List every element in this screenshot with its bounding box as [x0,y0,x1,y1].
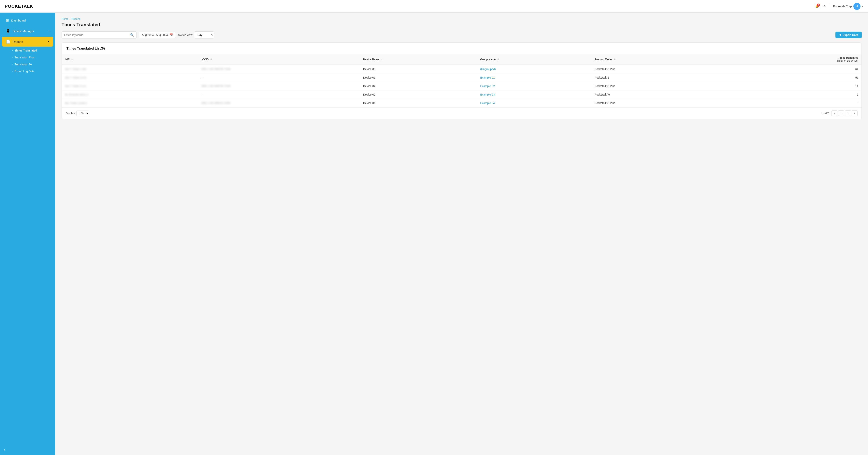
header-divider [830,4,830,9]
cell-iccid: 8981 1 430 4996756 71548 [198,65,360,74]
sub-item-label: Times Translated [14,49,37,52]
export-icon: ⬆ [839,33,841,36]
sidebar-sub-export-log[interactable]: › Export Log Data [9,68,53,75]
sidebar-item-device-manager[interactable]: 📱 Device Manager › [2,26,53,36]
cell-device-name: Device 04 [360,82,477,90]
user-avatar: J [854,3,861,10]
first-page-button[interactable]: |‹ [832,110,837,116]
dashboard-icon: ⊞ [6,18,9,23]
main-content: Home / Reports Times Translated 🔍 Aug 20… [55,12,868,455]
cell-group-name[interactable]: Example 01 [477,74,591,82]
sidebar-item-label: Device Manager [12,29,34,33]
display-select[interactable]: 100 50 25 [76,111,89,116]
table-footer: Display 100 50 25 1 - 6/6 |‹ ‹ › ›| [62,107,862,119]
display-select-container: Display 100 50 25 [66,111,89,116]
col-device-name: Device Name ⇅ [360,54,477,65]
table-row: 354 7 73482 3 2118981 1 430 4996756 7154… [62,82,862,90]
breadcrumb: Home / Reports [62,18,862,20]
switch-view-select[interactable]: Day Week Month [194,31,214,38]
table-card: Times Translated List(6) IMEI ⇅ ICCID ⇅ … [62,42,862,119]
reports-icon: 📄 [6,39,10,44]
breadcrumb-current: Reports [71,18,81,20]
page-count: 1 - 6/6 [821,112,829,115]
table-body: 354 7 73483 1 4658981 1 430 4996756 7154… [62,65,862,107]
table-row: 354 7 73484 9 876-Device 05Example 01Poc… [62,74,862,82]
cell-product-model: Pocketalk W [591,90,717,99]
table-row: 354 7 73483 1 4658981 1 430 4996756 7154… [62,65,862,74]
cell-group-name[interactable]: Example 04 [477,99,591,107]
last-page-button[interactable]: ›| [851,110,858,116]
col-iccid: ICCID ⇅ [198,54,360,65]
cell-times-translated: 64 [717,65,862,74]
app-layout: ⊞ Dashboard 📱 Device Manager › 📄 Reports… [0,12,868,455]
switch-view-label: Switch view [178,33,192,36]
cell-group-name[interactable]: Example 02 [477,82,591,90]
prev-page-button[interactable]: ‹ [838,110,844,116]
col-times-translated: Times translated(Total for the period) [717,54,862,65]
table-header: IMEI ⇅ ICCID ⇅ Device Name ⇅ Group Name … [62,54,862,65]
export-label: Export Data [842,33,858,36]
app-header: POCKETALK 🔔 2 ⚙ Pocketalk Corp J ▾ [0,0,868,12]
chevron-right-icon: › [12,49,13,52]
cell-iccid: - [198,74,360,82]
sidebar-sub-menu: › Times Translated › Translation From › … [0,47,55,75]
chevron-right-icon: › [12,63,13,65]
breadcrumb-home[interactable]: Home [62,18,68,20]
sidebar-item-dashboard[interactable]: ⊞ Dashboard [2,16,53,25]
chevron-right-icon: › [12,56,13,59]
cell-product-model: Pocketalk S Plus [591,82,717,90]
date-range-label: Aug 2024 - Aug 2024 [142,33,168,36]
calendar-icon: 📅 [169,33,173,36]
sort-icon: ⇅ [497,58,499,61]
cell-product-model: Pocketalk S Plus [591,65,717,74]
cell-product-model: Pocketalk S Plus [591,99,717,107]
cell-imei: 861 73483 12348 5 [62,99,198,107]
sidebar-sub-translation-from[interactable]: › Translation From [9,54,53,61]
sidebar-collapse-button[interactable]: ‹ [0,444,55,455]
sidebar-sub-translation-to[interactable]: › Translation To [9,61,53,68]
sort-icon: ⇅ [72,58,73,61]
search-box[interactable]: 🔍 [62,31,136,38]
sub-item-label: Export Log Data [14,70,34,73]
chevron-down-icon: ▾ [48,40,49,43]
notification-button[interactable]: 🔔 2 [814,4,819,8]
export-button[interactable]: ⬆ Export Data [835,32,862,38]
cell-iccid: 8981 1 430 4885431 23456 [198,99,360,107]
chevron-right-icon: › [12,70,13,73]
data-table: IMEI ⇅ ICCID ⇅ Device Name ⇅ Group Name … [62,54,862,107]
sidebar-item-label: Reports [12,40,23,44]
sort-icon: ⇅ [210,58,212,61]
device-icon: 📱 [6,29,10,33]
cell-times-translated: 57 [717,74,862,82]
gear-icon: ⚙ [824,5,826,8]
next-page-button[interactable]: › [845,110,851,116]
sidebar: ⊞ Dashboard 📱 Device Manager › 📄 Reports… [0,12,55,455]
sort-icon: ⇅ [380,58,382,61]
collapse-icon: ‹ [4,447,5,452]
cell-times-translated: 5 [717,99,862,107]
sort-icon: ⇅ [614,58,616,61]
display-label: Display [66,112,75,115]
cell-times-translated: 11 [717,82,862,90]
col-product-model: Product Model ⇅ [591,54,717,65]
search-icon: 🔍 [130,33,134,37]
settings-button[interactable]: ⚙ [823,4,827,8]
sidebar-item-reports[interactable]: 📄 Reports ▾ [2,37,53,47]
chevron-right-icon: › [49,30,49,32]
date-picker[interactable]: Aug 2024 - Aug 2024 📅 [139,32,176,38]
cell-imei: 354 7 73484 9 876 [62,74,198,82]
sidebar-sub-times-translated[interactable]: › Times Translated [9,47,53,54]
toolbar: 🔍 Aug 2024 - Aug 2024 📅 Switch view Day … [62,31,862,38]
table-row: 861 73483 12348 58981 1 430 4885431 2345… [62,99,862,107]
user-menu[interactable]: Pocketalk Corp J ▾ [833,3,863,10]
search-input[interactable] [64,33,129,36]
company-name: Pocketalk Corp [833,5,852,8]
cell-imei: 354 7 73482 3 211 [62,82,198,90]
cell-group-name[interactable]: (Ungrouped) [477,65,591,74]
cell-device-name: Device 03 [360,65,477,74]
cell-group-name[interactable]: Example 03 [477,90,591,99]
table-row: 86 4010048 30011 2-Device 02Example 03Po… [62,90,862,99]
cell-imei: 354 7 73483 1 465 [62,65,198,74]
switch-view-container: Switch view Day Week Month [178,31,214,38]
cell-product-model: Pocketalk S [591,74,717,82]
